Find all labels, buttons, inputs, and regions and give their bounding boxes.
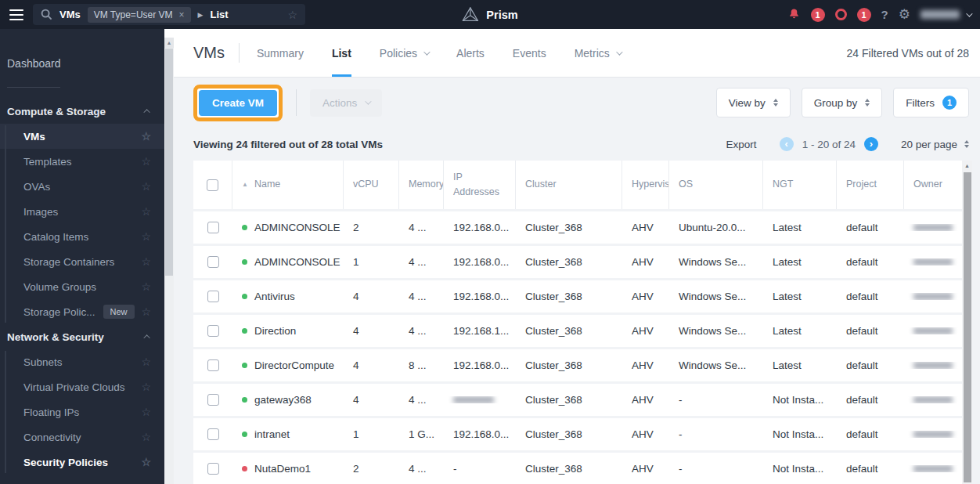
star-icon[interactable]: ☆ [141, 456, 151, 468]
scroll-up-arrow-icon[interactable]: ▲ [962, 161, 972, 171]
star-icon[interactable]: ☆ [141, 180, 151, 193]
prism-logo-icon [462, 7, 478, 22]
help-icon[interactable]: ? [881, 8, 888, 21]
anomaly-count-badge[interactable]: 1 [857, 8, 871, 22]
table-row-intranet[interactable]: intranet11 G...192.168.0...Cluster_368AH… [193, 418, 962, 450]
star-icon[interactable]: ☆ [141, 381, 151, 393]
filters-count-badge: 1 [942, 96, 957, 110]
select-all-checkbox[interactable] [207, 179, 218, 191]
sidebar-item-templates[interactable]: Templates☆ [0, 149, 164, 174]
filters-button[interactable]: Filters 1 [893, 88, 969, 117]
table-row-gateway368[interactable]: gateway36844 ...Cluster_368AHV-Not Insta… [193, 384, 962, 416]
cell-text: Latest [773, 291, 802, 302]
column-header-memory[interactable]: Memory [399, 161, 444, 209]
table-row-antivirus[interactable]: Antivirus44 ...192.168.0...Cluster_368AH… [193, 280, 962, 312]
column-header-cluster[interactable]: Cluster [516, 161, 622, 209]
column-header-vcpu[interactable]: vCPU [344, 161, 399, 209]
anomaly-ring-icon[interactable] [835, 9, 847, 20]
tab-policies[interactable]: Policies [380, 29, 428, 77]
column-header-ngt[interactable]: NGT [763, 161, 837, 209]
row-select-cell [193, 325, 232, 337]
column-header-os[interactable]: OS [669, 161, 763, 209]
tab-summary[interactable]: Summary [257, 29, 304, 77]
sidebar-item-storage-containers[interactable]: Storage Containers☆ [0, 249, 164, 274]
column-header-hypervis[interactable]: Hypervis [622, 161, 669, 209]
row-checkbox[interactable] [207, 325, 219, 337]
sidebar-scrollbar[interactable]: ▲ [164, 38, 174, 484]
os-cell: Windows Se... [669, 256, 763, 268]
column-header-ip-addresses[interactable]: IP Addresses [444, 161, 516, 209]
star-icon[interactable]: ☆ [141, 230, 151, 243]
export-button[interactable]: Export [726, 139, 757, 150]
next-page-button[interactable]: › [864, 137, 878, 151]
sidebar-item-storage-polic[interactable]: Storage Polic...New☆ [0, 299, 164, 324]
tab-alerts[interactable]: Alerts [456, 29, 485, 77]
star-icon[interactable]: ☆ [141, 130, 151, 143]
favorite-star-icon[interactable]: ☆ [287, 9, 297, 21]
column-header-name[interactable]: ▲Name [232, 161, 344, 209]
tab-events[interactable]: Events [513, 29, 546, 77]
scrollbar-thumb[interactable] [964, 172, 971, 482]
star-icon[interactable]: ☆ [141, 155, 151, 168]
table-row-adminconsole[interactable]: ADMINCONSOLE14 ...192.168.0...Cluster_36… [193, 246, 962, 278]
group-by-button[interactable]: Group by [802, 88, 883, 117]
user-menu[interactable] [921, 10, 971, 19]
create-vm-button[interactable]: Create VM [199, 90, 277, 116]
sidebar-item-vms[interactable]: VMs☆ [0, 124, 164, 149]
star-icon[interactable]: ☆ [141, 255, 151, 268]
tab-metrics[interactable]: Metrics [575, 29, 621, 77]
previous-page-button[interactable]: ‹ [780, 137, 794, 151]
star-icon[interactable]: ☆ [141, 305, 151, 318]
row-checkbox[interactable] [207, 359, 219, 371]
row-checkbox[interactable] [207, 428, 219, 440]
row-checkbox[interactable] [207, 394, 219, 406]
project-cell: default [837, 256, 904, 268]
scroll-up-arrow-icon[interactable]: ▲ [164, 38, 174, 48]
sidebar-item-volume-groups[interactable]: Volume Groups☆ [0, 274, 164, 299]
row-checkbox[interactable] [207, 256, 219, 268]
sidebar-item-subnets[interactable]: Subnets☆ [0, 349, 164, 374]
view-by-button[interactable]: View by [716, 88, 791, 117]
table-row-directorcompute[interactable]: DirectorCompute48 ...192.168.0...Cluster… [193, 349, 962, 381]
sidebar-item-connectivity[interactable]: Connectivity☆ [0, 424, 164, 450]
row-checkbox[interactable] [207, 291, 219, 302]
filter-chip[interactable]: VM Type=User VM × [88, 7, 191, 23]
sidebar-item-virtual-private-clouds[interactable]: Virtual Private Clouds☆ [0, 374, 164, 399]
alerts-count-badge[interactable]: 1 [811, 8, 825, 22]
alerts-bell-icon[interactable] [787, 8, 801, 21]
row-checkbox[interactable] [207, 463, 219, 475]
gear-icon[interactable]: ⚙ [899, 8, 910, 21]
star-icon[interactable]: ☆ [141, 205, 151, 218]
sidebar-item-dashboard[interactable]: Dashboard [0, 52, 164, 74]
hamburger-menu-icon[interactable] [0, 9, 33, 20]
sidebar-item-label: VMs [23, 131, 45, 143]
sort-ascending-icon: ▲ [242, 180, 248, 190]
global-search[interactable]: VMs VM Type=User VM × ▶ List ☆ [33, 4, 305, 25]
sidebar-section-network-security[interactable]: Network & Security [0, 324, 164, 349]
table-row-direction[interactable]: Direction44 ...192.168.1...Cluster_368AH… [193, 315, 962, 347]
sidebar-item-label: OVAs [23, 181, 50, 193]
star-icon[interactable]: ☆ [141, 431, 151, 443]
per-page-selector[interactable]: 20 per page [901, 139, 969, 150]
star-icon[interactable]: ☆ [141, 280, 151, 293]
star-icon[interactable]: ☆ [141, 356, 151, 368]
hypervisor-cell: AHV [622, 463, 669, 475]
table-row-nutademo1[interactable]: NutaDemo124 ...-Cluster_368AHV-Not Insta… [193, 453, 962, 484]
row-checkbox[interactable] [207, 222, 219, 233]
star-icon[interactable]: ☆ [141, 406, 151, 418]
sidebar-section-compute-storage[interactable]: Compute & Storage [0, 99, 164, 124]
table-row-adminconsole[interactable]: ADMINCONSOLE24 ...192.168.0...Cluster_36… [193, 211, 962, 244]
sidebar-item-ovas[interactable]: OVAs☆ [0, 174, 164, 199]
table-scrollbar[interactable]: ▲ [962, 161, 972, 484]
chip-close-icon[interactable]: × [179, 10, 185, 20]
sidebar-item-floating-ips[interactable]: Floating IPs☆ [0, 399, 164, 424]
tab-list[interactable]: List [332, 29, 351, 77]
sidebar-item-images[interactable]: Images☆ [0, 199, 164, 224]
status-dot [242, 328, 247, 334]
column-header-owner[interactable]: Owner [904, 161, 962, 209]
column-header-project[interactable]: Project [837, 161, 904, 209]
vm-name: ADMINCONSOLE [254, 256, 340, 268]
scrollbar-thumb[interactable] [165, 49, 173, 276]
sidebar-item-catalog-items[interactable]: Catalog Items☆ [0, 224, 164, 249]
sidebar-item-security-policies[interactable]: Security Policies☆ [0, 450, 164, 475]
